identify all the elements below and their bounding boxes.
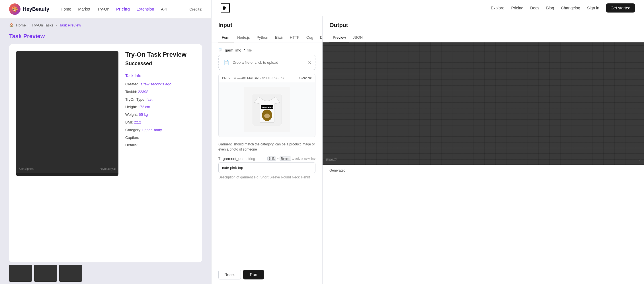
nav-extension[interactable]: Extension	[137, 7, 154, 11]
left-panel: 🎨 HeyBeauty Home Market Try-On Pricing E…	[0, 0, 211, 284]
tab-nodejs[interactable]: Node.js	[234, 33, 253, 42]
breadcrumb-task-preview: Task Preview	[59, 23, 81, 27]
task-info-bmi: BMI: 22.2	[125, 120, 195, 125]
shortcut-plus: +	[277, 157, 278, 160]
preview-filename: PREVIEW — 481144FBA1272990.JPG.JPG	[222, 76, 284, 80]
thumbnail-row	[0, 262, 211, 284]
task-info-weight: Weight: 65 kg	[125, 112, 195, 118]
right-nav-docs[interactable]: Docs	[530, 6, 539, 10]
garment-des-type: string	[247, 157, 255, 161]
input-tabs-bar: Form Node.js Python Elixir HTTP Cog Dock…	[212, 33, 322, 42]
preview-image-container: MOSCHINO	[219, 82, 315, 137]
tab-docker[interactable]: Docker	[317, 33, 323, 42]
input-title: Input	[218, 22, 315, 28]
tab-cog[interactable]: Cog	[303, 33, 317, 42]
garment-des-name: garment_des	[223, 157, 244, 161]
garm-img-field-name: garm_img	[225, 48, 241, 52]
replicate-content: Input Form Node.js Python Elixir HTTP Co…	[212, 16, 644, 284]
output-section: Output Preview JSON 新浪体育 ✓ Generated	[323, 16, 644, 284]
thumb-1[interactable]	[9, 265, 32, 282]
output-watermark-left: 新浪体育	[325, 158, 337, 162]
thumb-2[interactable]	[34, 265, 57, 282]
action-bar: Reset Run	[212, 265, 322, 284]
upload-zone[interactable]: 📄 Drop a file or click to upload ✕	[218, 55, 315, 70]
replicate-logo-icon	[221, 3, 230, 13]
task-info-category: Category: upper_body	[125, 127, 195, 133]
input-body: 📄 garm_img * file 📄 Drop a file or click…	[212, 42, 322, 265]
tab-python[interactable]: Python	[253, 33, 271, 42]
model-background	[16, 51, 118, 173]
output-tab-preview[interactable]: Preview	[329, 33, 349, 42]
right-nav-blog[interactable]: Blog	[546, 6, 554, 10]
svg-rect-1	[223, 7, 226, 8]
task-info-caption: Caption:	[125, 135, 195, 141]
upload-zone-text: Drop a file or click to upload	[233, 60, 278, 65]
page-title: Task Preview	[9, 33, 202, 40]
shift-key: Shift	[267, 157, 276, 161]
left-header: 🎨 HeyBeauty Home Market Try-On Pricing E…	[0, 0, 211, 18]
svg-rect-2	[223, 8, 225, 9]
brick-background	[323, 42, 644, 165]
upload-close-icon[interactable]: ✕	[308, 60, 311, 65]
task-image: Sina Sports heybeauty.ai	[16, 51, 118, 176]
return-key: Return	[280, 157, 291, 161]
right-nav-signin[interactable]: Sign in	[587, 6, 599, 10]
svg-text:MOSCHINO: MOSCHINO	[261, 106, 272, 108]
replicate-logo	[221, 3, 230, 13]
garment-des-input[interactable]	[218, 162, 315, 173]
file-icon: 📄	[218, 48, 223, 52]
clear-file-button[interactable]: Clear file	[300, 76, 312, 80]
preview-header: PREVIEW — 481144FBA1272990.JPG.JPG Clear…	[219, 74, 315, 82]
nav-api[interactable]: API	[161, 7, 167, 11]
garm-img-label: 📄 garm_img * file	[218, 48, 315, 52]
svg-rect-0	[223, 6, 225, 7]
upload-file-icon: 📄	[223, 60, 229, 65]
task-info-label: Task Info	[125, 73, 195, 78]
nav-home[interactable]: Home	[61, 7, 71, 11]
output-tab-json[interactable]: JSON	[349, 33, 366, 42]
garment-des-field: T garment_des string Shift + Return to a…	[218, 157, 315, 173]
input-section-header: Input	[212, 16, 322, 33]
right-nav-explore[interactable]: Explore	[491, 6, 504, 10]
nav-market[interactable]: Market	[78, 7, 90, 11]
generated-label: Generated	[323, 165, 644, 176]
output-model-image: 新浪体育 ✓	[323, 42, 644, 165]
output-title: Output	[329, 22, 637, 28]
left-nav: Home Market Try-On Pricing Extension API	[61, 7, 178, 11]
shortcut-hint: Shift + Return to add a new line	[267, 157, 315, 161]
task-info-tryontype: TryOn Type: fast	[125, 97, 195, 103]
right-header: Explore Pricing Docs Blog Changelog Sign…	[212, 0, 644, 16]
logo-icon: 🎨	[9, 3, 20, 15]
svg-rect-3	[223, 9, 225, 10]
tab-form[interactable]: Form	[218, 33, 234, 42]
right-panel: Explore Pricing Docs Blog Changelog Sign…	[211, 0, 644, 284]
tab-elixir[interactable]: Elixir	[272, 33, 286, 42]
page-title-section: Task Preview	[0, 32, 211, 44]
garment-description: Garment, should match the category, can …	[218, 142, 315, 152]
svg-point-10	[264, 114, 270, 118]
right-nav-changelog[interactable]: Changelog	[561, 6, 580, 10]
thumb-3[interactable]	[59, 265, 82, 282]
garment-des-label-row: T garment_des string	[218, 157, 255, 161]
garment-des-header: T garment_des string Shift + Return to a…	[218, 157, 315, 161]
reset-button[interactable]: Reset	[218, 270, 241, 279]
get-started-button[interactable]: Get started	[606, 3, 635, 13]
nav-tryon[interactable]: Try-On	[97, 7, 109, 11]
breadcrumb-home[interactable]: Home	[16, 23, 26, 27]
tab-http[interactable]: HTTP	[286, 33, 303, 42]
task-info-height: Height: 172 cm	[125, 104, 195, 110]
credits-area: Credits:	[189, 7, 202, 11]
breadcrumb-tryon-tasks[interactable]: Try-On Tasks	[32, 23, 54, 27]
preview-section: PREVIEW — 481144FBA1272990.JPG.JPG Clear…	[218, 74, 315, 137]
run-button[interactable]: Run	[243, 270, 264, 279]
right-nav-pricing[interactable]: Pricing	[511, 6, 523, 10]
output-image-container: 新浪体育 ✓ Generated	[323, 42, 644, 284]
task-status: Successed	[125, 61, 195, 67]
input-section: Input Form Node.js Python Elixir HTTP Co…	[212, 16, 323, 284]
nav-pricing[interactable]: Pricing	[116, 7, 130, 11]
right-nav: Explore Pricing Docs Blog Changelog Sign…	[491, 3, 635, 13]
garm-img-type: file	[247, 48, 252, 52]
garment-des-desc: Description of garment e.g. Short Sleeve…	[218, 175, 315, 179]
output-tabs: Preview JSON	[329, 33, 637, 42]
task-info-created: Created: a few seconds ago	[125, 81, 195, 87]
